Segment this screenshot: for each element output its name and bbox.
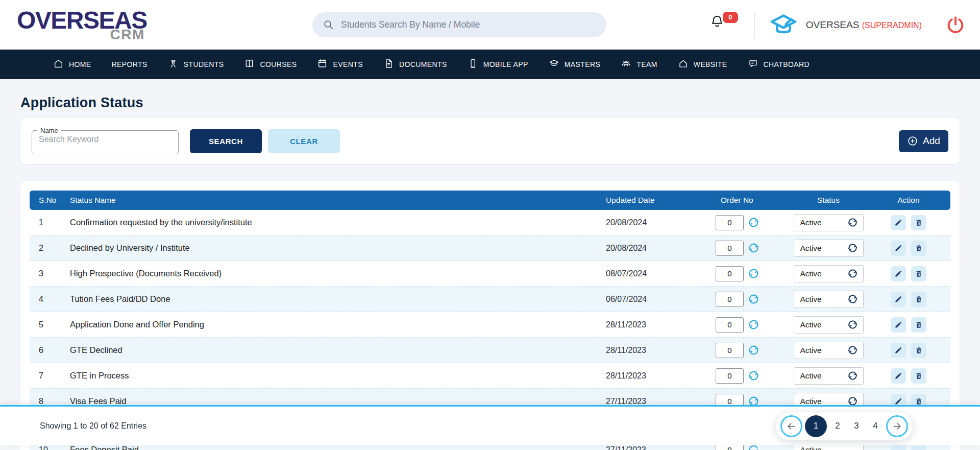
status-select[interactable]: Active xyxy=(794,367,864,385)
nav-item-documents[interactable]: DOCUMENTS xyxy=(376,50,455,79)
next-page-button[interactable] xyxy=(886,415,908,437)
order-no-input[interactable] xyxy=(716,266,744,281)
order-refresh-icon[interactable] xyxy=(748,344,760,356)
showing-entries-text: Showing 1 to 20 of 62 Entries xyxy=(40,421,146,431)
add-button[interactable]: Add xyxy=(899,130,948,152)
row-status-name: Confirmation requested by the university… xyxy=(70,218,606,227)
pencil-icon xyxy=(894,372,902,380)
edit-button[interactable] xyxy=(891,368,906,384)
nav-item-reports[interactable]: REPORTS xyxy=(104,50,155,79)
edit-button[interactable] xyxy=(891,292,906,307)
order-refresh-icon[interactable] xyxy=(748,268,760,279)
status-value: Active xyxy=(800,244,822,253)
edit-button[interactable] xyxy=(891,317,906,333)
order-no-input[interactable] xyxy=(716,292,744,307)
user-menu[interactable]: OVERSEAS (SUPERADMIN) xyxy=(806,19,922,31)
power-icon xyxy=(945,15,966,35)
nav-item-courses[interactable]: COURSES xyxy=(236,50,304,79)
order-no-input[interactable] xyxy=(716,445,744,450)
order-no-input[interactable] xyxy=(716,317,744,333)
nav-item-team[interactable]: TEAM xyxy=(613,50,665,79)
status-value: Active xyxy=(800,397,822,406)
status-value: Active xyxy=(800,371,822,381)
nav-item-events[interactable]: EVENTS xyxy=(309,50,370,79)
nav-item-label: TEAM xyxy=(636,60,657,68)
nav-item-mobile-app[interactable]: MOBILE APP xyxy=(460,50,536,79)
order-refresh-icon[interactable] xyxy=(748,293,760,305)
arrow-left-icon xyxy=(786,421,797,432)
search-button[interactable]: SEARCH xyxy=(190,129,262,153)
edit-button[interactable] xyxy=(891,215,906,230)
delete-button[interactable] xyxy=(911,317,926,333)
page-button-4[interactable]: 4 xyxy=(867,415,884,437)
nav-item-label: COURSES xyxy=(260,60,297,68)
status-select[interactable]: Active xyxy=(794,214,864,231)
nav-item-masters[interactable]: MASTERS xyxy=(541,50,608,79)
order-no-input[interactable] xyxy=(716,368,744,384)
order-no-input[interactable] xyxy=(716,215,744,230)
filter-card: Name SEARCH CLEAR Add xyxy=(20,118,960,164)
page-button-2[interactable]: 2 xyxy=(829,415,846,437)
delete-button[interactable] xyxy=(911,266,926,281)
notifications-button[interactable]: 0 xyxy=(709,14,739,36)
delete-button[interactable] xyxy=(911,368,926,384)
global-search-input[interactable] xyxy=(341,19,596,30)
header-divider xyxy=(754,12,755,38)
edit-button[interactable] xyxy=(891,266,906,281)
row-serial: 2 xyxy=(30,244,70,253)
order-refresh-icon[interactable] xyxy=(748,319,760,330)
page-button-3[interactable]: 3 xyxy=(848,415,865,437)
app-logo: OVERSEAS CRM xyxy=(17,8,147,42)
page-button-1[interactable]: 1 xyxy=(805,415,827,437)
order-no-input[interactable] xyxy=(716,343,744,358)
nav-item-chatboard[interactable]: CHATBOARD xyxy=(740,50,817,79)
status-value: Active xyxy=(800,295,822,304)
pencil-icon xyxy=(894,219,902,227)
name-keyword-input[interactable] xyxy=(32,134,178,149)
order-refresh-icon[interactable] xyxy=(748,217,760,228)
row-updated-date: 28/11/2023 xyxy=(606,320,715,329)
arrow-right-icon xyxy=(892,421,902,432)
status-select[interactable]: Active xyxy=(794,342,864,359)
order-refresh-icon[interactable] xyxy=(748,370,760,382)
status-value: Active xyxy=(800,269,822,278)
row-status-name: Application Done and Offer Pending xyxy=(70,320,606,329)
row-status-name: GTE Declined xyxy=(70,345,606,355)
prev-page-button[interactable] xyxy=(780,415,802,437)
user-name: OVERSEAS xyxy=(806,19,860,30)
status-refresh-icon xyxy=(847,294,858,304)
status-select[interactable]: Active xyxy=(794,316,864,334)
pencil-icon xyxy=(894,397,902,406)
clear-button[interactable]: CLEAR xyxy=(268,129,340,153)
status-refresh-icon xyxy=(847,345,858,356)
nav-item-label: EVENTS xyxy=(333,60,362,68)
edit-button[interactable] xyxy=(891,241,906,256)
order-refresh-icon[interactable] xyxy=(748,242,760,254)
table-row: 2 Declined by University / Institute 20/… xyxy=(30,235,950,261)
document-icon xyxy=(383,58,394,70)
delete-button[interactable] xyxy=(911,292,926,307)
order-no-input[interactable] xyxy=(716,241,744,256)
delete-button[interactable] xyxy=(911,343,926,358)
table-header-row: S.No Status Name Updated Date Order No S… xyxy=(30,191,950,210)
notification-count-badge: 0 xyxy=(723,12,738,23)
nav-item-home[interactable]: HOME xyxy=(45,50,99,79)
chat-icon xyxy=(748,58,758,70)
status-select[interactable]: Active xyxy=(794,265,864,282)
row-updated-date: 27/11/2023 xyxy=(606,397,715,406)
delete-button[interactable] xyxy=(911,215,926,230)
nav-item-label: CHATBOARD xyxy=(764,60,810,68)
status-select[interactable]: Active xyxy=(794,291,864,308)
logout-button[interactable] xyxy=(944,14,967,36)
nav-item-website[interactable]: WEBSITE xyxy=(670,50,735,79)
nav-item-students[interactable]: STUDENTS xyxy=(160,50,232,79)
page-title: Application Status xyxy=(20,95,980,111)
edit-button[interactable] xyxy=(891,343,906,358)
col-header-order-no: Order No xyxy=(715,196,790,205)
status-select[interactable]: Active xyxy=(794,240,864,257)
col-header-status-name: Status Name xyxy=(70,196,606,205)
delete-button xyxy=(911,445,926,450)
pagination: 1234 xyxy=(776,412,913,440)
edit-button xyxy=(891,445,906,450)
delete-button[interactable] xyxy=(911,241,926,256)
